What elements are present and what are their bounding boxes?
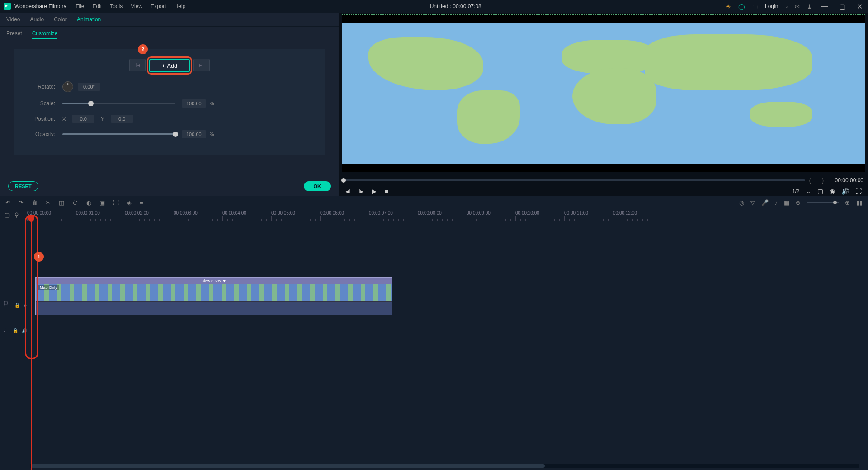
reset-button[interactable]: RESET xyxy=(8,181,38,191)
video-clip[interactable]: Slow 0.50x ▼ Map Only xyxy=(35,277,392,315)
clip-audio-waveform xyxy=(36,302,392,315)
crop-button[interactable]: ◫ xyxy=(59,199,64,206)
titlebar: Wondershare Filmora File Edit Tools View… xyxy=(0,0,868,13)
clip-name: Map Only xyxy=(38,285,59,290)
preview-panel: { } 00:00:00:00 ◂I I▸ ▶ ■ 1/2 ⌄ ▢ ◉ 🔊 ⛶ xyxy=(339,13,868,196)
menu-export[interactable]: Export xyxy=(151,3,166,9)
mail-icon[interactable]: ✉ xyxy=(795,3,800,10)
music-icon[interactable]: ♪ xyxy=(775,199,778,206)
rotate-knob[interactable] xyxy=(62,81,73,92)
preview-seekbar[interactable] xyxy=(344,179,805,181)
properties-panel: Video Audio Color Animation Preset Custo… xyxy=(0,13,339,196)
timeline-link-icon[interactable]: ▢ xyxy=(5,212,10,218)
audio-mute-icon[interactable]: 🔊 xyxy=(22,328,27,333)
playhead[interactable] xyxy=(31,221,32,470)
close-button[interactable]: ✕ xyxy=(855,2,864,11)
ok-button[interactable]: OK xyxy=(304,181,331,191)
timeline-view-icon[interactable]: ▮▮ xyxy=(856,199,863,206)
menu-view[interactable]: View xyxy=(131,3,142,9)
menu-help[interactable]: Help xyxy=(175,3,186,9)
position-y-value[interactable]: 0.0 xyxy=(111,115,133,123)
gift-icon[interactable]: ▢ xyxy=(752,3,758,10)
zoom-out-button[interactable]: ⊖ xyxy=(796,199,801,206)
keyframe-button[interactable]: ◈ xyxy=(127,199,132,206)
position-y-label: Y xyxy=(101,116,104,122)
track-lock-icon[interactable]: 🔓 xyxy=(14,303,20,308)
position-label: Position: xyxy=(24,116,55,122)
next-keyframe-button[interactable]: ▸I xyxy=(193,59,210,71)
menu-file[interactable]: File xyxy=(75,3,84,9)
stop-button[interactable]: ■ xyxy=(385,188,388,195)
preview-viewport[interactable] xyxy=(342,14,865,172)
rotate-value[interactable]: 0.00° xyxy=(78,83,100,91)
app-logo-icon xyxy=(4,3,11,10)
display-icon[interactable]: ▢ xyxy=(817,188,823,195)
rotate-label: Rotate: xyxy=(24,84,55,90)
mixer-icon[interactable]: ▦ xyxy=(784,199,789,206)
add-keyframe-button[interactable]: +Add xyxy=(149,59,190,72)
next-frame-button[interactable]: I▸ xyxy=(359,188,363,195)
login-button[interactable]: Login xyxy=(765,3,778,9)
menu-edit[interactable]: Edit xyxy=(93,3,102,9)
position-x-label: X xyxy=(62,116,66,122)
settings-button[interactable]: ≡ xyxy=(140,199,143,206)
document-title: Untitled : 00:00:07:08 xyxy=(185,3,726,9)
scale-value[interactable]: 100.00 xyxy=(182,99,206,108)
audio-lock-icon[interactable]: 🔓 xyxy=(13,328,18,333)
app-name: Wondershare Filmora xyxy=(14,3,66,9)
zoom-slider[interactable] xyxy=(807,202,839,203)
play-button[interactable]: ▶ xyxy=(372,188,377,195)
tab-video[interactable]: Video xyxy=(6,16,20,23)
fit-button[interactable]: ⛶ xyxy=(113,199,119,206)
timeline-magnet-icon[interactable]: ⚲ xyxy=(14,212,19,218)
fullscreen-icon[interactable]: ⛶ xyxy=(855,188,862,195)
bookmark-icon[interactable]: ▽ xyxy=(750,199,755,206)
timeline: ▢ ⚲ 00:00:00:0000:00:01:0000:00:02:0000:… xyxy=(0,209,868,470)
scale-label: Scale: xyxy=(24,100,55,107)
headphones-icon[interactable]: ◯ xyxy=(738,3,745,10)
clip-speed-label[interactable]: Slow 0.50x ▼ xyxy=(36,278,392,284)
subtab-customize[interactable]: Customize xyxy=(32,30,58,39)
mic-icon[interactable]: 🎤 xyxy=(761,199,769,206)
tab-audio[interactable]: Audio xyxy=(30,16,44,23)
speed-button[interactable]: ⏱ xyxy=(72,199,78,206)
marker-icon[interactable]: ◎ xyxy=(739,199,744,206)
color-button[interactable]: ◐ xyxy=(86,199,91,206)
audio-track-label: ♪ 1 xyxy=(4,325,9,335)
maximize-button[interactable]: ▢ xyxy=(837,2,848,11)
position-x-value[interactable]: 0.0 xyxy=(72,115,94,123)
greenscreen-button[interactable]: ▣ xyxy=(99,199,105,206)
split-button[interactable]: ✂ xyxy=(46,199,51,206)
track-keyframe-icon[interactable]: ◈ xyxy=(24,303,27,308)
prev-keyframe-button[interactable]: I◂ xyxy=(129,59,146,71)
snapshot-icon[interactable]: ◉ xyxy=(830,188,835,195)
timeline-toolbar: ↶ ↷ 🗑 ✂ ◫ ⏱ ◐ ▣ ⛶ ◈ ≡ ◎ ▽ 🎤 ♪ ▦ ⊖ ⊕ ▮▮ xyxy=(0,196,868,209)
opacity-unit: % xyxy=(210,132,214,137)
scale-slider[interactable] xyxy=(62,103,175,104)
chevron-down-icon[interactable]: ⌄ xyxy=(806,188,811,195)
opacity-label: Opacity: xyxy=(24,131,55,137)
delete-button[interactable]: 🗑 xyxy=(32,199,38,206)
redo-button[interactable]: ↷ xyxy=(19,199,24,206)
timeline-ruler[interactable]: 00:00:00:0000:00:01:0000:00:02:0000:00:0… xyxy=(27,209,868,221)
opacity-value[interactable]: 100.00 xyxy=(182,130,206,138)
volume-icon[interactable]: 🔊 xyxy=(841,188,849,195)
save-icon[interactable]: ▫ xyxy=(785,3,788,10)
preview-ratio[interactable]: 1/2 xyxy=(793,188,799,194)
video-track-label: ▢ 1 xyxy=(4,300,11,310)
undo-button[interactable]: ↶ xyxy=(5,199,10,206)
menu-tools[interactable]: Tools xyxy=(110,3,123,9)
lightbulb-icon[interactable]: ☀ xyxy=(726,3,731,10)
main-menu: File Edit Tools View Export Help xyxy=(75,3,185,9)
subtab-preset[interactable]: Preset xyxy=(6,30,22,39)
timeline-scrollbar[interactable] xyxy=(30,464,859,468)
prev-frame-button[interactable]: ◂I xyxy=(345,188,350,195)
download-icon[interactable]: ⤓ xyxy=(807,3,812,10)
tab-color[interactable]: Color xyxy=(54,16,67,23)
tab-animation[interactable]: Animation xyxy=(77,16,101,23)
annotation-1: 1 xyxy=(34,252,44,262)
bracket-icons[interactable]: { } xyxy=(809,177,828,184)
minimize-button[interactable]: — xyxy=(819,2,830,10)
zoom-in-button[interactable]: ⊕ xyxy=(845,199,850,206)
opacity-slider[interactable] xyxy=(62,133,175,135)
